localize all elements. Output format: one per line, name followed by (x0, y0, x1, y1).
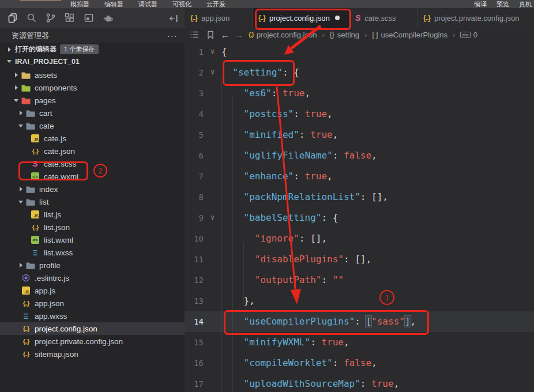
bookmark-icon[interactable] (205, 29, 216, 40)
menu-item-编辑器[interactable]: 编辑器 (104, 0, 123, 9)
code-line-13[interactable]: 13 }, (185, 291, 534, 311)
tree-file-cate.wxml[interactable]: <>cate.wxml (0, 170, 185, 183)
line-number: 5 (185, 125, 204, 145)
folder-icon (21, 71, 31, 79)
tree-file-project.config.json[interactable]: {..}project.config.json (0, 322, 185, 335)
files-icon[interactable] (7, 13, 18, 24)
code-line-8[interactable]: 8 "packNpmRelationList": [], (185, 187, 534, 208)
preview-window-icon[interactable] (83, 13, 94, 24)
devtools-kettle-icon[interactable] (102, 13, 113, 24)
code-text: "packNpmRelationList": [], (221, 187, 388, 208)
folder-icon (25, 108, 36, 118)
open-editors-section[interactable]: 打开的编辑器 1 个未保存 (0, 43, 185, 55)
tree-folder-cart[interactable]: cart (0, 107, 185, 119)
code-line-4[interactable]: 4 "postcss": true, (185, 104, 534, 125)
code-line-12[interactable]: 12 "outputPath": "" (185, 270, 534, 291)
code-line-17[interactable]: 17 "uploadWithSourceMap": true, (185, 374, 534, 392)
tree-file-app.wxss[interactable]: Ξapp.wxss (0, 310, 185, 322)
search-icon[interactable] (26, 13, 37, 24)
code-line-6[interactable]: 6 "uglifyFileName": false, (185, 145, 534, 166)
breadcrumb-item-0[interactable]: abc0 (460, 31, 477, 39)
menu-item-编译[interactable]: 编译 (474, 0, 487, 9)
code-line-1[interactable]: 1∨{ (185, 42, 534, 62)
array-symbol-icon: [ ] (372, 31, 378, 39)
fold-gutter (204, 166, 221, 187)
tree-file-.eslintrc.js[interactable]: .eslintrc.js (0, 272, 185, 284)
tree-file-cate.js[interactable]: JScate.js (0, 132, 185, 145)
tree-item-label: components (35, 84, 77, 92)
project-root-label: IRAI_PROJECT_01 (15, 58, 80, 66)
tab-cate.scss[interactable]: Scate.scss (349, 8, 418, 28)
tree-file-list.json[interactable]: {..}list.json (0, 221, 185, 233)
menu-item-可视化[interactable]: 可视化 (172, 0, 191, 9)
fold-gutter (204, 249, 221, 270)
tree-folder-list[interactable]: list (0, 195, 185, 208)
code-text: "disablePlugins": [], (221, 249, 371, 270)
tree-file-project.private.config.json[interactable]: {..}project.private.config.json (0, 335, 185, 348)
outline-icon[interactable] (189, 29, 200, 40)
code-line-9[interactable]: 9∨ "babelSetting": { (185, 208, 534, 228)
code-line-5[interactable]: 5 "minified": true, (185, 125, 534, 145)
menu-item-调试器[interactable]: 调试器 (138, 0, 157, 9)
menu-item-预览[interactable]: 预览 (497, 0, 509, 9)
menu-item-云开发[interactable]: 云开发 (206, 0, 225, 9)
project-root-section[interactable]: IRAI_PROJECT_01 (0, 55, 185, 67)
nav-back-icon[interactable]: ← (221, 30, 230, 40)
tree-folder-assets[interactable]: assets (0, 69, 185, 81)
code-line-10[interactable]: 10 "ignore": [], (185, 228, 534, 249)
breadcrumb-item-setting[interactable]: {}setting (330, 31, 359, 39)
menu-item-真机[interactable]: 真机 (519, 0, 532, 9)
tree-folder-profile[interactable]: profile (0, 259, 185, 272)
tab-label: cate.scss (364, 14, 396, 22)
code-line-15[interactable]: 15 "minifyWXML": true, (185, 332, 534, 353)
tree-file-list.wxml[interactable]: <>list.wxml (0, 233, 185, 246)
tree-file-app.json[interactable]: {..}app.json (0, 297, 185, 310)
chevron-right-icon (5, 47, 14, 52)
nav-forward-icon[interactable]: → (235, 30, 243, 40)
code-line-3[interactable]: 3 "es6": true, (185, 83, 534, 104)
tree-file-list.js[interactable]: JSlist.js (0, 208, 185, 221)
explorer-more-icon[interactable]: ··· (167, 31, 178, 40)
tab-strip: {..}app.json{..}project.config.jsonScate… (0, 8, 534, 28)
tab-project.private.config.json[interactable]: {..}project.private.config.json (418, 8, 534, 28)
code-line-11[interactable]: 11 "disablePlugins": [], (185, 249, 534, 270)
titlebar: 模拟器编辑器调试器可视化云开发 编译预览真机 (0, 0, 534, 8)
collapse-sidebar-icon[interactable] (168, 13, 179, 24)
tree-file-sitemap.json[interactable]: {..}sitemap.json (0, 348, 185, 360)
wxss-file-icon: Ξ (33, 248, 37, 257)
code-line-7[interactable]: 7 "enhance": true, (185, 166, 534, 187)
tree-folder-pages[interactable]: pages (0, 94, 185, 107)
tree-item-label: list.json (44, 223, 70, 232)
tree-folder-index[interactable]: index (0, 183, 185, 195)
tree-file-list.wxss[interactable]: Ξlist.wxss (0, 246, 185, 259)
tab-app.json[interactable]: {..}app.json (185, 8, 253, 28)
breadcrumb-label: setting (337, 31, 359, 39)
fold-chevron-icon[interactable]: ∨ (204, 208, 221, 228)
fold-chevron-icon[interactable]: ∨ (204, 42, 221, 62)
tree-file-app.js[interactable]: JSapp.js (0, 284, 185, 297)
code-line-16[interactable]: 16 "compileWorklet": false, (185, 353, 534, 374)
tree-folder-components[interactable]: components (0, 81, 185, 94)
fold-gutter (204, 374, 221, 392)
menu-item-模拟器[interactable]: 模拟器 (70, 0, 89, 9)
chevron-down-icon (12, 99, 21, 102)
tree-item-label: cate.wxml (44, 172, 78, 181)
tree-file-cate.scss[interactable]: Scate.scss (0, 157, 185, 170)
tree-folder-cate[interactable]: cate (0, 119, 185, 132)
chevron-down-icon (16, 201, 25, 203)
tree-file-cate.json[interactable]: {..}cate.json (0, 145, 185, 157)
sass-file-icon: S (355, 13, 360, 22)
line-number: 12 (185, 270, 204, 291)
tab-project.config.json[interactable]: {..}project.config.json (253, 8, 349, 28)
titlebar-menu-left: 模拟器编辑器调试器可视化云开发 (70, 0, 225, 9)
code-area[interactable]: 1∨{2∨ "setting": {3 "es6": true,4 "postc… (185, 42, 534, 392)
breadcrumb-item-project.config.json[interactable]: {.}project.config.json (249, 31, 317, 39)
fold-chevron-icon[interactable]: ∨ (204, 62, 221, 83)
code-line-14[interactable]: 14 "useCompilerPlugins": ["sass"], (185, 311, 534, 332)
fold-gutter (204, 145, 221, 166)
source-control-icon[interactable] (45, 13, 56, 24)
breadcrumb-item-useCompilerPlugins[interactable]: [ ]useCompilerPlugins (372, 31, 447, 39)
extensions-icon[interactable] (64, 13, 75, 24)
fold-gutter (204, 104, 221, 125)
code-line-2[interactable]: 2∨ "setting": { (185, 62, 534, 83)
